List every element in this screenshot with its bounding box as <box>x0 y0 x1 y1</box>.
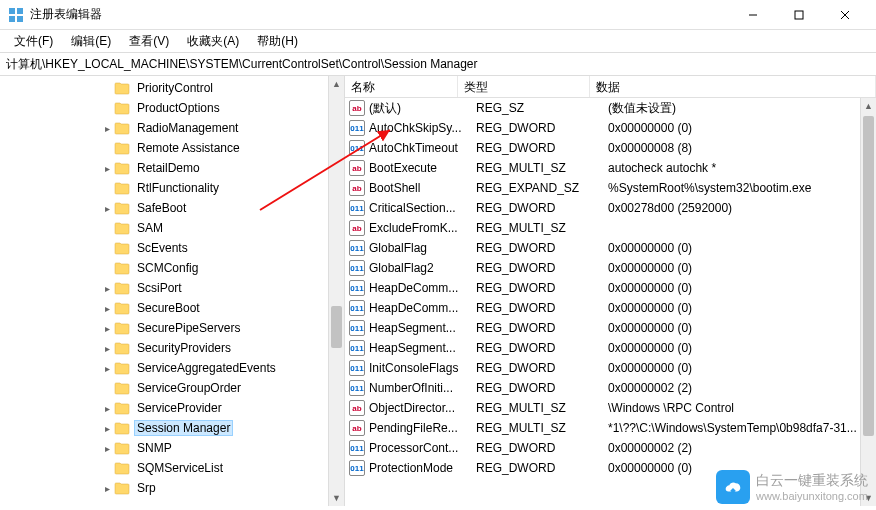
value-data: autocheck autochk * <box>608 161 876 175</box>
value-row[interactable]: ab(默认)REG_SZ(数值未设置) <box>345 98 876 118</box>
expand-arrow-icon[interactable]: ▸ <box>100 301 114 315</box>
folder-icon <box>114 361 130 375</box>
expand-arrow-icon <box>100 141 114 155</box>
tree-item[interactable]: ▸RetailDemo <box>4 158 344 178</box>
tree-item[interactable]: PriorityControl <box>4 78 344 98</box>
value-row[interactable]: abObjectDirector...REG_MULTI_SZ\Windows … <box>345 398 876 418</box>
tree-item[interactable]: ▸ScsiPort <box>4 278 344 298</box>
menu-file[interactable]: 文件(F) <box>6 31 61 52</box>
watermark-brand: 白云一键重装系统 <box>756 472 868 490</box>
column-data[interactable]: 数据 <box>590 76 876 97</box>
tree-item[interactable]: SAM <box>4 218 344 238</box>
tree-item[interactable]: SCMConfig <box>4 258 344 278</box>
tree-item-label: SQMServiceList <box>134 460 226 476</box>
value-row[interactable]: abPendingFileRe...REG_MULTI_SZ*1\??\C:\W… <box>345 418 876 438</box>
expand-arrow-icon[interactable]: ▸ <box>100 481 114 495</box>
binary-value-icon: 011 <box>349 200 365 216</box>
expand-arrow-icon[interactable]: ▸ <box>100 201 114 215</box>
value-data: 0x00278d00 (2592000) <box>608 201 876 215</box>
expand-arrow-icon[interactable]: ▸ <box>100 161 114 175</box>
value-row[interactable]: abBootExecuteREG_MULTI_SZautocheck autoc… <box>345 158 876 178</box>
tree-item[interactable]: ProductOptions <box>4 98 344 118</box>
value-row[interactable]: 011NumberOfIniti...REG_DWORD0x00000002 (… <box>345 378 876 398</box>
tree-item[interactable]: ScEvents <box>4 238 344 258</box>
value-type: REG_DWORD <box>476 281 608 295</box>
binary-value-icon: 011 <box>349 140 365 156</box>
value-row[interactable]: 011HeapDeComm...REG_DWORD0x00000000 (0) <box>345 278 876 298</box>
tree-item[interactable]: RtlFunctionality <box>4 178 344 198</box>
expand-arrow-icon[interactable]: ▸ <box>100 401 114 415</box>
column-type[interactable]: 类型 <box>458 76 590 97</box>
close-button[interactable] <box>822 0 868 30</box>
expand-arrow-icon[interactable]: ▸ <box>100 121 114 135</box>
scroll-down-icon[interactable]: ▼ <box>329 490 344 506</box>
menu-favorites[interactable]: 收藏夹(A) <box>179 31 247 52</box>
menu-help[interactable]: 帮助(H) <box>249 31 306 52</box>
tree-item[interactable]: ▸SecurePipeServers <box>4 318 344 338</box>
expand-arrow-icon[interactable]: ▸ <box>100 441 114 455</box>
tree-item[interactable]: ▸ServiceAggregatedEvents <box>4 358 344 378</box>
folder-icon <box>114 201 130 215</box>
scroll-up-icon[interactable]: ▲ <box>861 98 876 114</box>
expand-arrow-icon[interactable]: ▸ <box>100 421 114 435</box>
tree-item-label: ServiceGroupOrder <box>134 380 244 396</box>
values-pane[interactable]: 名称 类型 数据 ab(默认)REG_SZ(数值未设置)011AutoChkSk… <box>345 76 876 506</box>
value-row[interactable]: 011GlobalFlag2REG_DWORD0x00000000 (0) <box>345 258 876 278</box>
value-row[interactable]: 011HeapDeComm...REG_DWORD0x00000000 (0) <box>345 298 876 318</box>
value-row[interactable]: 011GlobalFlagREG_DWORD0x00000000 (0) <box>345 238 876 258</box>
menu-edit[interactable]: 编辑(E) <box>63 31 119 52</box>
value-data: 0x00000000 (0) <box>608 301 876 315</box>
value-row[interactable]: abExcludeFromK...REG_MULTI_SZ <box>345 218 876 238</box>
scroll-up-icon[interactable]: ▲ <box>329 76 344 92</box>
value-row[interactable]: 011ProcessorCont...REG_DWORD0x00000002 (… <box>345 438 876 458</box>
folder-icon <box>114 261 130 275</box>
tree-pane[interactable]: PriorityControlProductOptions▸RadioManag… <box>0 76 345 506</box>
tree-item[interactable]: ▸SecureBoot <box>4 298 344 318</box>
tree-item-label: ServiceAggregatedEvents <box>134 360 279 376</box>
tree-item-label: SNMP <box>134 440 175 456</box>
svg-rect-3 <box>17 16 23 22</box>
tree-scrollbar[interactable]: ▲ ▼ <box>328 76 344 506</box>
tree-item[interactable]: ▸Srp <box>4 478 344 498</box>
expand-arrow-icon[interactable]: ▸ <box>100 361 114 375</box>
tree-item[interactable]: ▸Session Manager <box>4 418 344 438</box>
tree-item[interactable]: SQMServiceList <box>4 458 344 478</box>
tree-item[interactable]: ▸SecurityProviders <box>4 338 344 358</box>
column-name[interactable]: 名称 <box>345 76 458 97</box>
value-row[interactable]: 011CriticalSection...REG_DWORD0x00278d00… <box>345 198 876 218</box>
menu-view[interactable]: 查看(V) <box>121 31 177 52</box>
folder-icon <box>114 341 130 355</box>
tree-item[interactable]: ▸ServiceProvider <box>4 398 344 418</box>
value-type: REG_MULTI_SZ <box>476 401 608 415</box>
menubar: 文件(F) 编辑(E) 查看(V) 收藏夹(A) 帮助(H) <box>0 30 876 52</box>
expand-arrow-icon[interactable]: ▸ <box>100 281 114 295</box>
expand-arrow-icon[interactable]: ▸ <box>100 321 114 335</box>
value-row[interactable]: 011AutoChkTimeoutREG_DWORD0x00000008 (8) <box>345 138 876 158</box>
tree-item[interactable]: ServiceGroupOrder <box>4 378 344 398</box>
tree-item-label: PriorityControl <box>134 80 216 96</box>
value-name: HeapSegment... <box>369 341 476 355</box>
value-row[interactable]: abBootShellREG_EXPAND_SZ%SystemRoot%\sys… <box>345 178 876 198</box>
value-name: GlobalFlag <box>369 241 476 255</box>
tree-item[interactable]: ▸SafeBoot <box>4 198 344 218</box>
expand-arrow-icon[interactable]: ▸ <box>100 341 114 355</box>
value-type: REG_DWORD <box>476 441 608 455</box>
value-row[interactable]: 011AutoChkSkipSy...REG_DWORD0x00000000 (… <box>345 118 876 138</box>
tree-scroll-thumb[interactable] <box>331 306 342 348</box>
list-scroll-thumb[interactable] <box>863 116 874 436</box>
maximize-button[interactable] <box>776 0 822 30</box>
tree-item-label: Remote Assistance <box>134 140 243 156</box>
tree-item[interactable]: ▸RadioManagement <box>4 118 344 138</box>
value-row[interactable]: 011InitConsoleFlagsREG_DWORD0x00000000 (… <box>345 358 876 378</box>
tree-item-label: SafeBoot <box>134 200 189 216</box>
value-data: 0x00000000 (0) <box>608 261 876 275</box>
value-type: REG_DWORD <box>476 461 608 475</box>
address-bar[interactable]: 计算机\HKEY_LOCAL_MACHINE\SYSTEM\CurrentCon… <box>0 52 876 76</box>
value-row[interactable]: 011HeapSegment...REG_DWORD0x00000000 (0) <box>345 318 876 338</box>
tree-item-label: SCMConfig <box>134 260 201 276</box>
tree-item[interactable]: Remote Assistance <box>4 138 344 158</box>
tree-item[interactable]: ▸SNMP <box>4 438 344 458</box>
list-scrollbar[interactable]: ▲ ▼ <box>860 98 876 506</box>
minimize-button[interactable] <box>730 0 776 30</box>
value-row[interactable]: 011HeapSegment...REG_DWORD0x00000000 (0) <box>345 338 876 358</box>
